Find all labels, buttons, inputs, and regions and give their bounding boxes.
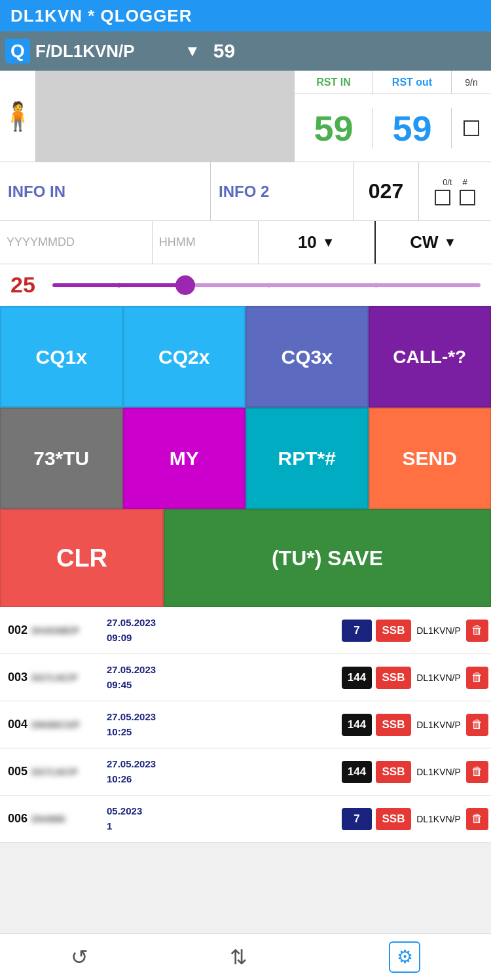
log-callsign: DH4GME/P xyxy=(31,625,107,636)
date-placeholder: YYYYMMDD xyxy=(7,236,75,249)
mode-select[interactable]: CW ▼ xyxy=(376,221,492,264)
slider-thumb[interactable] xyxy=(175,275,195,295)
save-button[interactable]: (TU*) SAVE xyxy=(164,509,491,607)
cq1x-button[interactable]: CQ1x xyxy=(0,306,123,408)
log-freq-badge: 144 xyxy=(342,761,372,783)
log-station: DL1KVN/P xyxy=(413,673,464,683)
action-row: CLR (TU*) SAVE xyxy=(0,509,491,607)
rst-in-value[interactable]: 59 xyxy=(295,108,373,149)
refresh-button[interactable]: ↺ xyxy=(71,945,88,970)
log-num: 003 xyxy=(3,671,31,684)
date-input-box[interactable]: YYYYMMDD xyxy=(0,221,153,264)
checkbox-0t[interactable] xyxy=(435,190,450,205)
info2-box[interactable]: INFO 2 xyxy=(211,162,354,220)
log-delete-button[interactable]: 🗑 xyxy=(466,761,488,783)
log-callsign: DM4MCS/P xyxy=(31,720,107,730)
log-callsign: DG7LNC/P xyxy=(31,673,107,683)
info2-text: INFO 2 xyxy=(219,183,269,201)
mode-value: CW xyxy=(410,232,438,253)
nine-n-checkbox[interactable] xyxy=(464,120,479,136)
log-freq-badge: 144 xyxy=(342,714,372,736)
log-datetime: 27.05.2023 09:09 xyxy=(107,616,340,645)
info-row2: INFO IN INFO 2 027 0/t # xyxy=(0,162,491,221)
cq3x-button[interactable]: CQ3x xyxy=(245,306,369,408)
checkbox-label-hash: # xyxy=(463,177,467,187)
log-num: 002 xyxy=(3,623,31,637)
settings-button[interactable]: ⚙ xyxy=(389,941,420,973)
cq2x-button[interactable]: CQ2x xyxy=(123,306,246,408)
checkbox-labels-row: 0/t # xyxy=(443,177,467,187)
call-input-box[interactable] xyxy=(36,71,295,162)
callsign-dropdown-icon[interactable]: ▼ xyxy=(185,42,200,60)
rst-section: RST IN RST out 9/n 59 59 xyxy=(295,71,491,162)
log-mode-badge: SSB xyxy=(376,714,411,736)
slider-row: 25 xyxy=(0,264,491,306)
rst-values-row: 59 59 xyxy=(295,94,491,162)
q-badge: Q xyxy=(5,39,30,63)
log-freq-badge: 7 xyxy=(342,808,372,830)
table-row: 002 DH4GME/P 27.05.2023 09:09 7 SSB DL1K… xyxy=(0,607,491,654)
log-datetime: 27.05.2023 10:26 xyxy=(107,757,340,786)
send-button[interactable]: SEND xyxy=(369,408,492,509)
my-button[interactable]: MY xyxy=(123,408,246,509)
table-row: 004 DM4MCS/P 27.05.2023 10:25 144 SSB DL… xyxy=(0,701,491,748)
mode-dropdown-icon: ▼ xyxy=(444,235,457,250)
person-icon-area: 🧍 xyxy=(0,71,36,162)
person-icon: 🧍 xyxy=(1,100,35,132)
log-mode-badge: SSB xyxy=(376,808,411,830)
checkboxes-row xyxy=(435,190,475,205)
log-mode-badge: SSB xyxy=(376,667,411,689)
log-freq-badge: 144 xyxy=(342,667,372,689)
callsign-bar: Q ▼ 59 xyxy=(0,31,491,71)
log-datetime: 27.05.2023 09:45 xyxy=(107,663,340,692)
slider-value: 25 xyxy=(10,272,42,298)
info-in-text: INFO IN xyxy=(8,183,65,201)
log-callsign: DN4888 xyxy=(31,814,107,824)
nine-n-checkbox-area xyxy=(452,120,491,136)
rst-out-label: RST out xyxy=(373,71,452,94)
checkbox-hash[interactable] xyxy=(460,190,475,205)
clr-button[interactable]: CLR xyxy=(0,509,164,607)
checkboxes-area: 0/t # xyxy=(419,162,491,220)
freq-select[interactable]: 10 ▼ xyxy=(259,221,376,264)
rst-labels-row: RST IN RST out 9/n xyxy=(295,71,491,94)
log-delete-button[interactable]: 🗑 xyxy=(466,808,488,830)
info-in-box[interactable]: INFO IN xyxy=(0,162,211,220)
serial-value: 027 xyxy=(369,179,403,203)
sort-button[interactable]: ⇅ xyxy=(230,945,247,970)
date-row: YYYYMMDD HHMM 10 ▼ CW ▼ xyxy=(0,221,491,264)
call-button[interactable]: CALL-*? xyxy=(369,306,492,408)
log-delete-button[interactable]: 🗑 xyxy=(466,620,488,642)
callsign-input[interactable] xyxy=(35,41,179,61)
log-datetime: 05.2023 1 xyxy=(107,804,340,833)
bottom-nav: ↺ ⇅ ⚙ xyxy=(0,933,491,980)
rst-in-label: RST IN xyxy=(295,71,373,94)
log-datetime: 27.05.2023 10:25 xyxy=(107,710,340,739)
table-row: 003 DG7LNC/P 27.05.2023 09:45 144 SSB DL… xyxy=(0,654,491,701)
freq-dropdown-icon: ▼ xyxy=(322,235,335,250)
info-row1: 🧍 RST IN RST out 9/n 59 59 xyxy=(0,71,491,162)
nine-n-label: 9/n xyxy=(452,71,491,94)
checkbox-label-0t: 0/t xyxy=(443,177,452,187)
73tu-button[interactable]: 73*TU xyxy=(0,408,123,509)
callsign-rst: 59 xyxy=(213,40,235,62)
log-num: 006 xyxy=(3,812,31,826)
log-num: 004 xyxy=(3,718,31,731)
log-freq-badge: 7 xyxy=(342,620,372,642)
rpt-button[interactable]: RPT*# xyxy=(245,408,369,509)
table-row: 005 DG7LNC/P 27.05.2023 10:26 144 SSB DL… xyxy=(0,748,491,796)
log-callsign: DG7LNC/P xyxy=(31,767,107,777)
log-num: 005 xyxy=(3,765,31,779)
log-station: DL1KVN/P xyxy=(413,767,464,777)
app-header: DL1KVN * QLOGGER xyxy=(0,0,491,31)
log-delete-button[interactable]: 🗑 xyxy=(466,714,488,736)
log-delete-button[interactable]: 🗑 xyxy=(466,667,488,689)
log-station: DL1KVN/P xyxy=(413,720,464,730)
log-station: DL1KVN/P xyxy=(413,625,464,636)
log-mode-badge: SSB xyxy=(376,761,411,783)
app-title: DL1KVN * QLOGGER xyxy=(10,6,192,26)
macro-grid: CQ1x CQ2x CQ3x CALL-*? 73*TU MY RPT*# SE… xyxy=(0,306,491,509)
rst-out-value[interactable]: 59 xyxy=(373,108,452,149)
time-input-box[interactable]: HHMM xyxy=(153,221,259,264)
slider-track[interactable] xyxy=(52,283,481,287)
